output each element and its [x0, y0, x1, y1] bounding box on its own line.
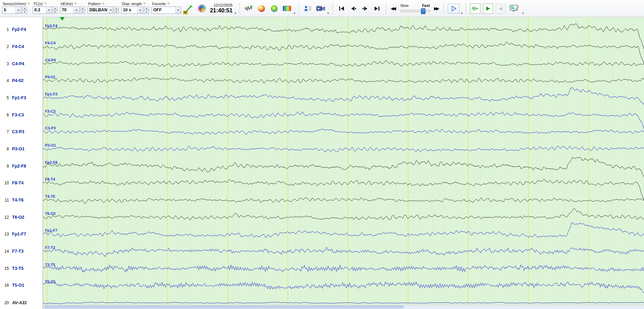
- toolbar-separator: [466, 3, 467, 14]
- channel-row[interactable]: 11T4-T6: [0, 197, 43, 203]
- sensitivity-value: 5: [2, 8, 15, 12]
- eeg-canvas[interactable]: [43, 17, 644, 309]
- mini-waveform-button[interactable]: [470, 3, 480, 14]
- datetime-dropdown-icon[interactable]: ▾: [235, 12, 236, 15]
- channel-label: C4-P4: [12, 61, 24, 66]
- display-length-combobox[interactable]: 10 s ▾: [121, 7, 143, 14]
- video-button[interactable]: [315, 3, 326, 14]
- pattern-label: Pattern: [88, 2, 100, 6]
- edit-pencil-icon[interactable]: ✎: [143, 2, 146, 5]
- channel-row[interactable]: 12T6-O2: [0, 215, 43, 220]
- edit-pencil-icon[interactable]: ✎: [44, 2, 47, 5]
- spinner-up-icon[interactable]: ▴: [53, 7, 58, 10]
- channel-row[interactable]: 8P3-O1: [0, 146, 43, 152]
- step-forward-icon: [362, 6, 368, 11]
- speed-slider-track[interactable]: [400, 8, 430, 13]
- spinner-down-icon[interactable]: ▾: [22, 10, 27, 14]
- channel-row[interactable]: 1Fp2-F4: [0, 27, 43, 32]
- horizontal-scrollbar[interactable]: [43, 305, 644, 309]
- sensitivity-combobox[interactable]: 5 ▾: [2, 7, 21, 14]
- combo-dropdown-icon[interactable]: ▾: [175, 7, 181, 13]
- slider-thumb[interactable]: [421, 8, 425, 14]
- play-dropdown-icon[interactable]: ▾: [461, 12, 463, 15]
- waveform-add-icon: [245, 5, 253, 12]
- toolbar-separator: [444, 3, 444, 14]
- channel-label: AV-A31: [12, 300, 27, 305]
- colorbar-button[interactable]: [282, 3, 292, 14]
- channel-number: 6: [0, 113, 9, 117]
- pattern-combobox[interactable]: DBLBAN ▾: [88, 7, 113, 14]
- notch-filter-button[interactable]: 50: [184, 3, 195, 14]
- channel-row[interactable]: 20AV-A31: [0, 300, 43, 306]
- combo-dropdown-icon[interactable]: ▾: [74, 7, 79, 13]
- spinner-up-icon[interactable]: ▴: [22, 7, 27, 10]
- spinner-down-icon[interactable]: ▾: [114, 10, 119, 14]
- channel-row[interactable]: 2F4-C4: [0, 44, 43, 49]
- rewind-button[interactable]: ◀◀: [390, 6, 397, 11]
- skip-last-button[interactable]: [371, 4, 382, 13]
- display-settings-button[interactable]: [508, 3, 521, 14]
- channel-row[interactable]: 13Fp1-F7: [0, 231, 43, 237]
- skip-last-icon: [374, 6, 380, 11]
- montage-map-icon: [198, 4, 206, 12]
- channel-row[interactable]: 10F8-T4: [0, 180, 43, 186]
- channel-label: F4-C4: [12, 44, 24, 49]
- edit-pencil-icon[interactable]: ✎: [74, 2, 77, 5]
- spinner-down-icon[interactable]: ▾: [80, 10, 85, 14]
- patient-info-icon: [304, 5, 312, 12]
- transport-controls: [336, 4, 382, 13]
- channel-row[interactable]: 5Fp1-F3: [0, 95, 43, 101]
- time-constant-spinner: ▴ ▾: [53, 7, 58, 14]
- skip-first-button[interactable]: [336, 4, 347, 13]
- spinner-down-icon[interactable]: ▾: [53, 10, 58, 14]
- channel-label: F7-T3: [12, 249, 23, 254]
- spinner-up-icon[interactable]: ▴: [144, 7, 149, 10]
- montage-map-button[interactable]: [197, 3, 207, 14]
- combo-dropdown-icon[interactable]: ▾: [15, 7, 21, 13]
- step-back-button[interactable]: [348, 4, 359, 13]
- display-length-spinner: ▴ ▾: [144, 7, 149, 14]
- topo-map-button[interactable]: [256, 3, 267, 14]
- channel-row[interactable]: 6F3-C3: [0, 112, 43, 118]
- channel-label: Fp2-F4: [12, 27, 26, 32]
- combo-dropdown-icon[interactable]: ▾: [109, 7, 112, 13]
- slider-groove: [400, 10, 430, 12]
- settings-dropdown-icon[interactable]: ▾: [522, 12, 524, 15]
- channel-row[interactable]: 4P4-02: [0, 78, 43, 83]
- spinner-down-icon[interactable]: ▾: [144, 10, 149, 14]
- time-constant-combobox[interactable]: 0.3 ▾: [33, 7, 52, 14]
- back-disabled-button[interactable]: ◀: [496, 3, 506, 14]
- step-forward-button[interactable]: [360, 4, 371, 13]
- high-frequency-combobox[interactable]: 70 ▾: [60, 7, 79, 14]
- edit-pencil-icon[interactable]: ✎: [102, 2, 104, 5]
- favorite-value: OFF: [152, 8, 175, 12]
- channel-row[interactable]: 15T3-T5: [0, 266, 43, 271]
- channel-row[interactable]: 16T5-O1: [0, 283, 43, 288]
- favorite-combobox[interactable]: OFF ▾: [152, 7, 181, 14]
- add-waveform-button[interactable]: [244, 3, 254, 14]
- play-button[interactable]: [448, 4, 459, 13]
- speed-slider: Slow Fast: [400, 3, 430, 13]
- time-marker-icon[interactable]: [60, 17, 65, 21]
- channel-row[interactable]: 3C4-P4: [0, 61, 43, 67]
- channel-row[interactable]: 7C3-P3: [0, 129, 43, 135]
- channel-number: 4: [0, 78, 9, 83]
- eeg-viewer-window: Sens(uV/mm)✎ 5 ▾ ▴ ▾ TC(s)✎ 0.3 ▾: [0, 0, 644, 309]
- scrollbar-thumb[interactable]: [44, 306, 404, 308]
- map-group-dropdown-icon[interactable]: ▾: [294, 12, 295, 15]
- edit-pencil-icon[interactable]: ✎: [27, 2, 30, 5]
- combo-dropdown-icon[interactable]: ▾: [137, 7, 143, 13]
- combo-dropdown-icon[interactable]: ▾: [46, 7, 52, 13]
- video-group-dropdown-icon[interactable]: ▾: [327, 12, 329, 15]
- channel-row[interactable]: 9Fp2-F8: [0, 163, 43, 169]
- channel-label: F3-C3: [12, 113, 24, 117]
- edit-pencil-icon[interactable]: ✎: [167, 2, 170, 5]
- channel-row[interactable]: 14F7-T3: [0, 249, 43, 254]
- toolbar: Sens(uV/mm)✎ 5 ▾ ▴ ▾ TC(s)✎ 0.3 ▾: [0, 0, 644, 17]
- spinner-up-icon[interactable]: ▴: [114, 7, 119, 10]
- topo-map-3d-button[interactable]: [269, 3, 279, 14]
- mini-play-button[interactable]: [483, 3, 493, 14]
- fast-forward-button[interactable]: ▶▶: [433, 6, 440, 11]
- patient-info-button[interactable]: [303, 3, 313, 14]
- spinner-up-icon[interactable]: ▴: [80, 7, 85, 10]
